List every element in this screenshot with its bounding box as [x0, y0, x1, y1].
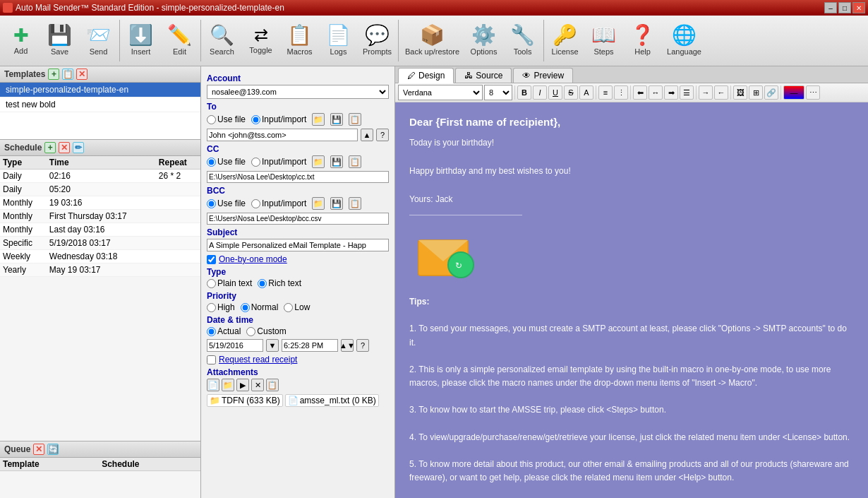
date-input[interactable]: [207, 339, 263, 352]
bcc-browse-button[interactable]: 📁: [312, 197, 325, 210]
schedule-add-button[interactable]: +: [44, 142, 56, 153]
priority-high-radio[interactable]: [207, 303, 216, 312]
bcc-usefile-label[interactable]: Use file: [207, 198, 246, 208]
attach-file-button[interactable]: 📄: [207, 379, 219, 391]
bcc-save-button[interactable]: 💾: [330, 197, 343, 210]
to-input[interactable]: [207, 129, 358, 141]
subject-input[interactable]: [207, 239, 389, 251]
queue-delete-button[interactable]: ✕: [33, 444, 44, 455]
bcc-input-radio[interactable]: [251, 199, 260, 208]
bcc-list-button[interactable]: 📋: [349, 197, 361, 210]
schedule-edit-button[interactable]: ✏: [73, 142, 84, 153]
time-picker-button[interactable]: ▲▼: [341, 339, 354, 352]
tab-source[interactable]: 🖧 Source: [455, 68, 512, 83]
indent-button[interactable]: →: [699, 85, 713, 100]
unordered-list-button[interactable]: ≡: [598, 85, 613, 100]
underline-button[interactable]: U: [548, 85, 562, 100]
datetime-custom-label[interactable]: Custom: [246, 326, 286, 336]
to-list-button[interactable]: 📋: [349, 113, 361, 126]
toolbar-search-button[interactable]: 🔍 Search: [203, 17, 241, 64]
toolbar-tools-button[interactable]: 🔧 Tools: [503, 17, 542, 64]
template-item[interactable]: test new bold: [0, 97, 200, 112]
toolbar-license-button[interactable]: 🔑 License: [545, 17, 584, 64]
italic-button[interactable]: I: [533, 85, 547, 100]
toolbar-language-button[interactable]: 🌐 Language: [662, 17, 706, 64]
templates-delete-button[interactable]: ✕: [76, 69, 88, 80]
type-rich-label[interactable]: Rich text: [258, 278, 301, 288]
templates-add-button[interactable]: +: [48, 69, 59, 80]
date-picker-button[interactable]: ▼: [266, 339, 279, 352]
attach-delete-button[interactable]: ✕: [251, 379, 264, 391]
align-left-button[interactable]: ⬅: [633, 85, 647, 100]
titlebar-controls[interactable]: – □ ✕: [824, 2, 865, 13]
bcc-file-input[interactable]: [207, 213, 389, 225]
attachment-item[interactable]: 📁 TDFN (633 KB): [207, 394, 283, 407]
image-button[interactable]: 🖼: [733, 85, 747, 100]
type-plain-label[interactable]: Plain text: [207, 278, 252, 288]
templates-copy-button[interactable]: 📋: [62, 69, 73, 80]
cc-usefile-label[interactable]: Use file: [207, 157, 246, 167]
priority-low-label[interactable]: Low: [284, 302, 310, 312]
to-input-radio[interactable]: [251, 115, 260, 124]
toolbar-options-button[interactable]: ⚙️ Options: [464, 17, 503, 64]
cc-file-input[interactable]: [207, 171, 389, 183]
toolbar-help-button[interactable]: ❓ Help: [623, 17, 662, 64]
tab-design[interactable]: 🖊 Design: [398, 68, 454, 83]
tab-preview[interactable]: 👁 Preview: [513, 68, 573, 83]
account-select[interactable]: nosalee@139.com: [207, 85, 389, 99]
attach-list-button[interactable]: 📋: [266, 379, 279, 391]
toolbar-macros-button[interactable]: 📋 Macros: [280, 17, 319, 64]
priority-normal-radio[interactable]: [241, 303, 250, 312]
toolbar-logs-button[interactable]: 📄 Logs: [319, 17, 358, 64]
table-button[interactable]: ⊞: [749, 85, 763, 100]
one-by-one-label[interactable]: One-by-one mode: [219, 254, 287, 264]
to-browse-button[interactable]: 📁: [312, 113, 325, 126]
bcc-input-label[interactable]: Input/import: [251, 198, 306, 208]
justify-button[interactable]: ☰: [680, 85, 694, 100]
to-input-label[interactable]: Input/import: [251, 114, 306, 124]
cc-browse-button[interactable]: 📁: [312, 155, 325, 168]
align-center-button[interactable]: ↔: [649, 85, 663, 100]
align-right-button[interactable]: ➡: [664, 85, 678, 100]
attach-play-button[interactable]: ▶: [236, 379, 249, 391]
bold-button[interactable]: B: [517, 85, 531, 100]
ordered-list-button[interactable]: ⋮: [614, 85, 628, 100]
priority-high-label[interactable]: High: [207, 302, 235, 312]
to-usefile-label[interactable]: Use file: [207, 114, 246, 124]
toolbar-prompts-button[interactable]: 💬 Prompts: [358, 17, 397, 64]
toolbar-backup-button[interactable]: 📦 Back up/restore: [400, 17, 464, 64]
to-up-button[interactable]: ▲: [361, 129, 373, 141]
queue-refresh-button[interactable]: 🔄: [47, 444, 59, 455]
one-by-one-checkbox[interactable]: [207, 255, 216, 264]
toolbar-steps-button[interactable]: 📖 Steps: [584, 17, 623, 64]
toolbar-edit-button[interactable]: ✏️ Edit: [160, 17, 199, 64]
toolbar-insert-button[interactable]: ⬇️ Insert: [121, 17, 160, 64]
font-family-select[interactable]: Verdana: [398, 85, 483, 100]
toolbar-add-button[interactable]: ✚ Add: [1, 17, 40, 64]
font-size-select[interactable]: 8: [484, 85, 512, 100]
to-help-button[interactable]: ?: [376, 129, 389, 141]
datetime-custom-radio[interactable]: [246, 327, 255, 336]
read-receipt-label[interactable]: Request read receipt: [219, 355, 297, 364]
attach-folder-button[interactable]: 📁: [222, 379, 234, 391]
maximize-button[interactable]: □: [838, 2, 851, 13]
attachment-item[interactable]: 📄 amsse_ml.txt (0 KB): [285, 394, 379, 407]
priority-low-radio[interactable]: [284, 303, 293, 312]
color-button[interactable]: —: [783, 85, 804, 100]
outdent-button[interactable]: ←: [714, 85, 728, 100]
link-button[interactable]: 🔗: [764, 85, 778, 100]
type-rich-radio[interactable]: [258, 279, 267, 288]
minimize-button[interactable]: –: [824, 2, 837, 13]
bcc-usefile-radio[interactable]: [207, 199, 216, 208]
cc-usefile-radio[interactable]: [207, 158, 216, 167]
toolbar-send-button[interactable]: 📨 Send: [79, 17, 118, 64]
toolbar-save-button[interactable]: 💾 Save: [40, 17, 79, 64]
template-item[interactable]: simple-personalized-template-en: [0, 83, 200, 97]
datetime-help-button[interactable]: ?: [356, 339, 369, 352]
to-save-button[interactable]: 💾: [330, 113, 343, 126]
cc-list-button[interactable]: 📋: [349, 155, 361, 168]
close-button[interactable]: ✕: [852, 2, 865, 13]
schedule-delete-button[interactable]: ✕: [59, 142, 70, 153]
editor-content[interactable]: Dear {First name of recipient}, Today is…: [395, 102, 868, 498]
read-receipt-checkbox[interactable]: [207, 355, 216, 364]
